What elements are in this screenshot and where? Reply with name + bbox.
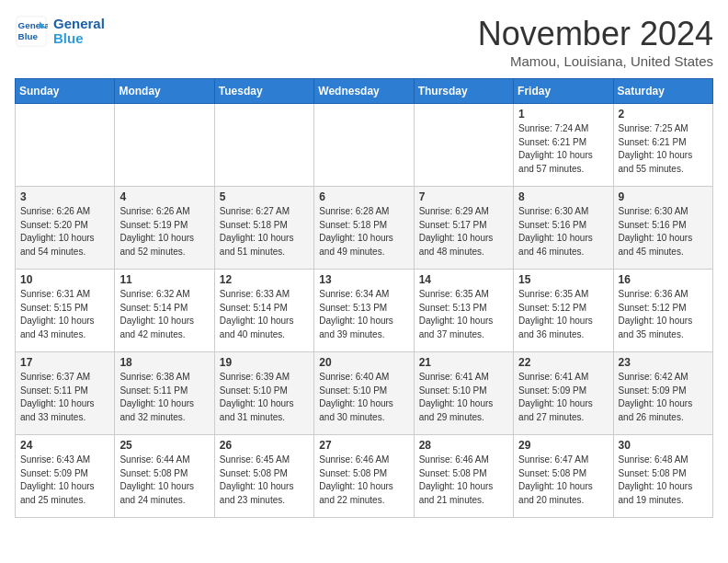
calendar-cell: 4Sunrise: 6:26 AM Sunset: 5:19 PM Daylig… — [115, 187, 214, 270]
calendar-week-row: 10Sunrise: 6:31 AM Sunset: 5:15 PM Dayli… — [16, 270, 713, 352]
day-number: 27 — [319, 439, 408, 452]
calendar-cell — [214, 104, 313, 187]
day-number: 11 — [119, 273, 209, 286]
calendar-cell: 21Sunrise: 6:41 AM Sunset: 5:10 PM Dayli… — [414, 352, 513, 435]
day-info: Sunrise: 6:37 AM Sunset: 5:11 PM Dayligh… — [20, 371, 109, 424]
day-number: 19 — [220, 356, 309, 369]
day-info: Sunrise: 6:29 AM Sunset: 5:17 PM Dayligh… — [419, 205, 508, 259]
day-number: 1 — [518, 108, 608, 121]
calendar-cell: 23Sunrise: 6:42 AM Sunset: 5:09 PM Dayli… — [613, 352, 712, 435]
calendar-cell: 8Sunrise: 6:30 AM Sunset: 5:16 PM Daylig… — [514, 187, 613, 270]
logo-text: General Blue — [53, 17, 105, 47]
day-number: 25 — [119, 439, 209, 452]
weekday-header: Wednesday — [314, 79, 414, 104]
day-info: Sunrise: 6:47 AM Sunset: 5:08 PM Dayligh… — [518, 454, 608, 507]
day-number: 5 — [220, 190, 309, 203]
day-info: Sunrise: 6:35 AM Sunset: 5:13 PM Dayligh… — [419, 288, 508, 341]
calendar-cell: 11Sunrise: 6:32 AM Sunset: 5:14 PM Dayli… — [115, 270, 214, 352]
calendar-cell: 1Sunrise: 7:24 AM Sunset: 6:21 PM Daylig… — [514, 104, 613, 187]
weekday-header: Friday — [514, 79, 613, 104]
day-number: 16 — [619, 273, 708, 286]
weekday-header: Thursday — [414, 79, 513, 104]
day-number: 30 — [619, 439, 708, 452]
calendar-cell: 19Sunrise: 6:39 AM Sunset: 5:10 PM Dayli… — [214, 352, 313, 435]
calendar-cell: 3Sunrise: 6:26 AM Sunset: 5:20 PM Daylig… — [16, 187, 115, 270]
weekday-header: Tuesday — [214, 79, 313, 104]
day-info: Sunrise: 6:46 AM Sunset: 5:08 PM Dayligh… — [419, 454, 508, 507]
day-info: Sunrise: 6:45 AM Sunset: 5:08 PM Dayligh… — [220, 454, 309, 507]
day-info: Sunrise: 6:36 AM Sunset: 5:12 PM Dayligh… — [619, 288, 708, 341]
day-info: Sunrise: 6:33 AM Sunset: 5:14 PM Dayligh… — [220, 288, 309, 341]
day-info: Sunrise: 6:39 AM Sunset: 5:10 PM Dayligh… — [220, 371, 309, 424]
page-header: General Blue General Blue November 2024 … — [15, 15, 713, 69]
day-info: Sunrise: 6:41 AM Sunset: 5:10 PM Dayligh… — [419, 371, 508, 424]
calendar: SundayMondayTuesdayWednesdayThursdayFrid… — [15, 78, 713, 518]
calendar-cell: 12Sunrise: 6:33 AM Sunset: 5:14 PM Dayli… — [214, 270, 313, 352]
calendar-cell: 13Sunrise: 6:34 AM Sunset: 5:13 PM Dayli… — [314, 270, 414, 352]
calendar-cell: 10Sunrise: 6:31 AM Sunset: 5:15 PM Dayli… — [16, 270, 115, 352]
day-info: Sunrise: 6:27 AM Sunset: 5:18 PM Dayligh… — [220, 205, 309, 259]
day-info: Sunrise: 6:42 AM Sunset: 5:09 PM Dayligh… — [619, 371, 708, 424]
day-info: Sunrise: 7:25 AM Sunset: 6:21 PM Dayligh… — [619, 122, 708, 176]
day-info: Sunrise: 6:40 AM Sunset: 5:10 PM Dayligh… — [319, 371, 408, 424]
calendar-cell: 22Sunrise: 6:41 AM Sunset: 5:09 PM Dayli… — [514, 352, 613, 435]
calendar-cell: 29Sunrise: 6:47 AM Sunset: 5:08 PM Dayli… — [514, 435, 613, 518]
day-number: 24 — [20, 439, 109, 452]
day-number: 18 — [119, 356, 209, 369]
title-block: November 2024 Mamou, Louisiana, United S… — [478, 15, 713, 69]
day-number: 14 — [419, 273, 508, 286]
day-number: 2 — [619, 108, 708, 121]
calendar-cell — [115, 104, 214, 187]
day-info: Sunrise: 6:43 AM Sunset: 5:09 PM Dayligh… — [20, 454, 109, 507]
calendar-week-row: 17Sunrise: 6:37 AM Sunset: 5:11 PM Dayli… — [16, 352, 713, 435]
calendar-cell: 7Sunrise: 6:29 AM Sunset: 5:17 PM Daylig… — [414, 187, 513, 270]
day-number: 28 — [419, 439, 508, 452]
calendar-cell: 26Sunrise: 6:45 AM Sunset: 5:08 PM Dayli… — [214, 435, 313, 518]
day-number: 22 — [518, 356, 608, 369]
calendar-cell: 18Sunrise: 6:38 AM Sunset: 5:11 PM Dayli… — [115, 352, 214, 435]
day-number: 13 — [319, 273, 408, 286]
calendar-cell — [314, 104, 414, 187]
calendar-cell: 6Sunrise: 6:28 AM Sunset: 5:18 PM Daylig… — [314, 187, 414, 270]
month-title: November 2024 — [478, 15, 713, 53]
day-info: Sunrise: 6:28 AM Sunset: 5:18 PM Dayligh… — [319, 205, 408, 259]
logo-icon: General Blue — [15, 15, 48, 48]
calendar-cell: 14Sunrise: 6:35 AM Sunset: 5:13 PM Dayli… — [414, 270, 513, 352]
calendar-header-row: SundayMondayTuesdayWednesdayThursdayFrid… — [16, 79, 713, 104]
calendar-cell: 2Sunrise: 7:25 AM Sunset: 6:21 PM Daylig… — [613, 104, 712, 187]
day-info: Sunrise: 6:46 AM Sunset: 5:08 PM Dayligh… — [319, 454, 408, 507]
calendar-cell: 20Sunrise: 6:40 AM Sunset: 5:10 PM Dayli… — [314, 352, 414, 435]
day-number: 4 — [119, 190, 209, 203]
calendar-cell: 24Sunrise: 6:43 AM Sunset: 5:09 PM Dayli… — [16, 435, 115, 518]
day-info: Sunrise: 6:30 AM Sunset: 5:16 PM Dayligh… — [619, 205, 708, 259]
day-number: 6 — [319, 190, 408, 203]
day-number: 26 — [220, 439, 309, 452]
calendar-cell: 27Sunrise: 6:46 AM Sunset: 5:08 PM Dayli… — [314, 435, 414, 518]
day-info: Sunrise: 6:31 AM Sunset: 5:15 PM Dayligh… — [20, 288, 109, 341]
calendar-cell: 5Sunrise: 6:27 AM Sunset: 5:18 PM Daylig… — [214, 187, 313, 270]
day-number: 3 — [20, 190, 109, 203]
calendar-cell: 30Sunrise: 6:48 AM Sunset: 5:08 PM Dayli… — [613, 435, 712, 518]
day-number: 17 — [20, 356, 109, 369]
day-info: Sunrise: 6:44 AM Sunset: 5:08 PM Dayligh… — [119, 454, 209, 507]
day-info: Sunrise: 6:34 AM Sunset: 5:13 PM Dayligh… — [319, 288, 408, 341]
day-number: 9 — [619, 190, 708, 203]
day-info: Sunrise: 6:26 AM Sunset: 5:20 PM Dayligh… — [20, 205, 109, 259]
logo: General Blue General Blue — [15, 15, 105, 48]
day-info: Sunrise: 6:35 AM Sunset: 5:12 PM Dayligh… — [518, 288, 608, 341]
day-number: 10 — [20, 273, 109, 286]
calendar-cell: 28Sunrise: 6:46 AM Sunset: 5:08 PM Dayli… — [414, 435, 513, 518]
calendar-week-row: 1Sunrise: 7:24 AM Sunset: 6:21 PM Daylig… — [16, 104, 713, 187]
location-title: Mamou, Louisiana, United States — [478, 53, 713, 69]
calendar-cell — [414, 104, 513, 187]
day-info: Sunrise: 6:41 AM Sunset: 5:09 PM Dayligh… — [518, 371, 608, 424]
day-info: Sunrise: 6:48 AM Sunset: 5:08 PM Dayligh… — [619, 454, 708, 507]
calendar-week-row: 3Sunrise: 6:26 AM Sunset: 5:20 PM Daylig… — [16, 187, 713, 270]
day-number: 23 — [619, 356, 708, 369]
calendar-cell — [16, 104, 115, 187]
calendar-cell: 15Sunrise: 6:35 AM Sunset: 5:12 PM Dayli… — [514, 270, 613, 352]
calendar-cell: 9Sunrise: 6:30 AM Sunset: 5:16 PM Daylig… — [613, 187, 712, 270]
day-number: 7 — [419, 190, 508, 203]
day-info: Sunrise: 7:24 AM Sunset: 6:21 PM Dayligh… — [518, 122, 608, 176]
day-number: 21 — [419, 356, 508, 369]
